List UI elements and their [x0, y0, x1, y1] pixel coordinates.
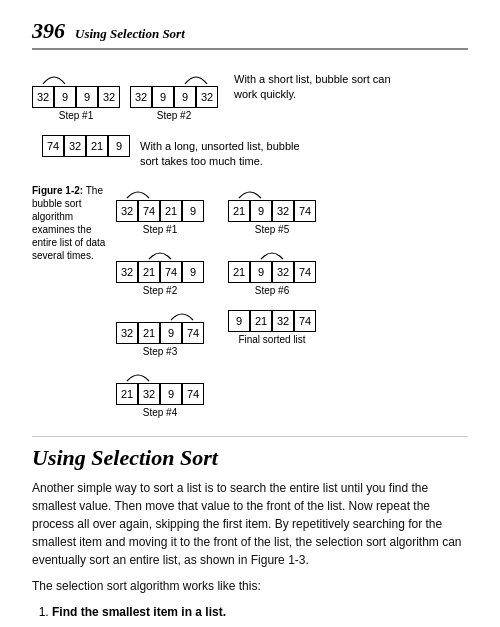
step2-boxes: 32 9 9 32: [130, 86, 218, 108]
left-step3-arc: [116, 306, 204, 322]
list-item-1-text: Find the smallest item in a list.: [52, 605, 226, 619]
diagrams-area: 32 9 9 32 Step #1 32 9 9: [32, 68, 468, 418]
box: 21: [86, 135, 108, 157]
box: 32: [138, 383, 160, 405]
box: 32: [272, 310, 294, 332]
box: 74: [294, 310, 316, 332]
right-final-label: Final sorted list: [238, 334, 305, 345]
box: 21: [116, 383, 138, 405]
box: 32: [98, 86, 120, 108]
box: 9: [182, 261, 204, 283]
algorithm-list: Find the smallest item in a list. Swap t…: [52, 603, 468, 627]
left-step1-boxes: 32 74 21 9: [116, 200, 204, 222]
box: 32: [32, 86, 54, 108]
box: 9: [76, 86, 98, 108]
right-step5-boxes: 21 9 32 74: [228, 200, 316, 222]
right-final: 9 21 32 74 Final sorted list: [228, 306, 316, 345]
step2-label: Step #2: [157, 110, 191, 121]
left-step-1: 32 74 21 9 Step #1: [116, 184, 204, 235]
box: 21: [250, 310, 272, 332]
box: 74: [138, 200, 160, 222]
left-step-4: 21 32 9 74 Step #4: [116, 367, 204, 418]
box: 9: [108, 135, 130, 157]
box: 9: [174, 86, 196, 108]
figure-text: The bubble sort algorithm examines the e…: [32, 185, 105, 261]
box: 32: [116, 322, 138, 344]
box: 74: [182, 383, 204, 405]
box: 32: [64, 135, 86, 157]
box: 74: [160, 261, 182, 283]
header-title: Using Selection Sort: [75, 26, 185, 42]
box: 32: [196, 86, 218, 108]
left-step4-boxes: 21 32 9 74: [116, 383, 204, 405]
box: 21: [160, 200, 182, 222]
long-list-row: 74 32 21 9 With a long, unsorted list, b…: [32, 135, 468, 170]
left-step4-label: Step #4: [143, 407, 177, 418]
box: 21: [228, 261, 250, 283]
box: 21: [228, 200, 250, 222]
box: 9: [250, 200, 272, 222]
long-list-note: With a long, unsorted list, bubble sort …: [140, 135, 320, 170]
box: 74: [294, 200, 316, 222]
box: 32: [116, 261, 138, 283]
box: 74: [182, 322, 204, 344]
left-step3-boxes: 32 21 9 74: [116, 322, 204, 344]
section-intro: The selection sort algorithm works like …: [32, 577, 468, 595]
box: 21: [138, 322, 160, 344]
box: 32: [130, 86, 152, 108]
page-header: 396 Using Selection Sort: [32, 18, 468, 50]
left-step3-label: Step #3: [143, 346, 177, 357]
box: 9: [228, 310, 250, 332]
left-steps: 32 74 21 9 Step #1 32: [116, 184, 204, 418]
left-step1-label: Step #1: [143, 224, 177, 235]
box: 9: [182, 200, 204, 222]
left-step2-label: Step #2: [143, 285, 177, 296]
figure-label: Figure 1-2:: [32, 185, 83, 196]
long-list-boxes: 74 32 21 9: [42, 135, 130, 157]
box: 9: [152, 86, 174, 108]
left-step-3: 32 21 9 74 Step #3: [116, 306, 204, 357]
left-step4-arc: [116, 367, 204, 383]
step2-diagram: 32 9 9 32 Step #2: [130, 68, 218, 121]
step1-boxes: 32 9 9 32: [32, 86, 120, 108]
box: 74: [42, 135, 64, 157]
section-para1: Another simple way to sort a list is to …: [32, 479, 468, 569]
short-list-row: 32 9 9 32 Step #1 32 9 9: [32, 68, 468, 121]
box: 9: [250, 261, 272, 283]
left-step1-arc: [116, 184, 204, 200]
right-step5-arc: [228, 184, 316, 200]
short-list-note: With a short list, bubble sort can work …: [234, 68, 414, 103]
right-step6-arc: [228, 245, 316, 261]
steps-main: Figure 1-2: The bubble sort algorithm ex…: [32, 184, 468, 418]
right-step5-label: Step #5: [255, 224, 289, 235]
right-step6-boxes: 21 9 32 74: [228, 261, 316, 283]
step1-label: Step #1: [59, 110, 93, 121]
box: 32: [116, 200, 138, 222]
box: 74: [294, 261, 316, 283]
right-final-boxes: 9 21 32 74: [228, 310, 316, 332]
figure-caption: Figure 1-2: The bubble sort algorithm ex…: [32, 184, 110, 262]
right-steps: 21 9 32 74 Step #5 21 9 32: [228, 184, 316, 418]
box: 9: [160, 383, 182, 405]
page-container: 396 Using Selection Sort 32 9 9 32: [0, 0, 500, 627]
left-step-2: 32 21 74 9 Step #2: [116, 245, 204, 296]
box: 32: [272, 261, 294, 283]
right-step-5: 21 9 32 74 Step #5: [228, 184, 316, 235]
step2-arc: [130, 68, 218, 86]
left-step2-arc: [116, 245, 204, 261]
step1-diagram: 32 9 9 32 Step #1: [32, 68, 120, 121]
page-number: 396: [32, 18, 65, 44]
list-item-1: Find the smallest item in a list.: [52, 603, 468, 621]
left-step2-boxes: 32 21 74 9: [116, 261, 204, 283]
box: 9: [54, 86, 76, 108]
left-col: Figure 1-2: The bubble sort algorithm ex…: [32, 184, 204, 418]
step1-arc: [32, 68, 120, 86]
right-step-6: 21 9 32 74 Step #6: [228, 245, 316, 296]
box: 32: [272, 200, 294, 222]
box: 21: [138, 261, 160, 283]
section-heading: Using Selection Sort: [32, 436, 468, 471]
right-step6-label: Step #6: [255, 285, 289, 296]
box: 9: [160, 322, 182, 344]
